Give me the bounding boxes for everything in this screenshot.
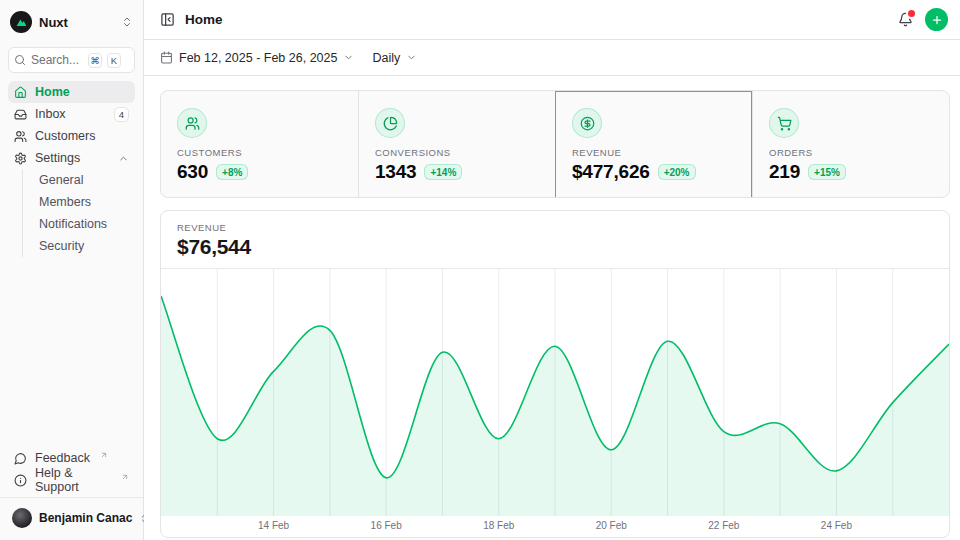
content: CUSTOMERS 630 +8% CONVERSIONS 1343 +14% <box>144 76 960 540</box>
stat-delta-badge: +8% <box>216 164 248 180</box>
sidebar: Nuxt ⌘ K Home Inbo <box>0 0 144 540</box>
external-link-icon <box>100 451 108 459</box>
nuxt-logo-icon <box>10 11 32 33</box>
stat-label: CUSTOMERS <box>177 147 342 158</box>
page-title: Home <box>185 12 223 27</box>
stat-value: 630 <box>177 161 208 183</box>
sidebar-item-inbox[interactable]: Inbox 4 <box>8 103 135 125</box>
unread-dot <box>908 10 915 17</box>
chart-header: REVENUE $76,544 <box>161 211 949 269</box>
sidebar-item-label: Settings <box>35 151 80 165</box>
header-actions <box>898 8 948 31</box>
kbd-cmd: ⌘ <box>88 53 102 68</box>
dollar-circle-icon <box>572 108 602 138</box>
search-box[interactable]: ⌘ K <box>8 47 135 73</box>
stat-card-revenue[interactable]: REVENUE $477,626 +20% <box>555 91 752 198</box>
sidebar-spacer <box>8 257 135 447</box>
chart-metric-value: $76,544 <box>177 235 933 259</box>
workspace-name: Nuxt <box>39 15 68 30</box>
sidebar-item-label: Feedback <box>35 451 90 465</box>
chevron-up-icon <box>118 153 129 164</box>
sidebar-item-label: Inbox <box>35 107 66 121</box>
stat-label: CONVERSIONS <box>375 147 539 158</box>
stat-value: $477,626 <box>572 161 650 183</box>
home-icon <box>14 86 27 99</box>
users-icon <box>14 130 27 143</box>
sidebar-item-security[interactable]: Security <box>23 235 135 257</box>
filter-toolbar: Feb 12, 2025 - Feb 26, 2025 Daily <box>144 40 960 76</box>
workspace-selector[interactable]: Nuxt <box>8 8 135 36</box>
search-icon <box>14 54 26 66</box>
sidebar-item-members[interactable]: Members <box>23 191 135 213</box>
chevron-down-icon <box>406 52 417 63</box>
kbd-k: K <box>107 53 121 68</box>
external-link-icon <box>121 473 129 481</box>
sidebar-item-customers[interactable]: Customers <box>8 125 135 147</box>
stat-delta-badge: +15% <box>808 164 846 180</box>
inbox-count-badge: 4 <box>114 107 129 122</box>
stat-value: 219 <box>769 161 800 183</box>
search-input[interactable] <box>31 53 83 67</box>
stat-card-orders[interactable]: ORDERS 219 +15% <box>752 91 949 198</box>
settings-children: General Members Notifications Security <box>22 169 135 257</box>
avatar <box>12 508 32 528</box>
sidebar-item-help-support[interactable]: Help & Support <box>8 469 135 491</box>
x-tick-label: 24 Feb <box>821 520 852 531</box>
user-menu[interactable]: Benjamin Canac <box>8 504 135 532</box>
sidebar-nav: Home Inbox 4 Customers Settings <box>8 81 135 257</box>
add-button[interactable] <box>925 8 948 31</box>
main-panel: Home Feb 12, 2 <box>144 0 960 540</box>
sidebar-item-notifications[interactable]: Notifications <box>23 213 135 235</box>
stat-label: ORDERS <box>769 147 933 158</box>
sidebar-item-label: Customers <box>35 129 95 143</box>
plus-icon <box>931 14 943 26</box>
revenue-chart-card: REVENUE $76,544 14 Feb16 Feb18 Feb20 Feb… <box>160 210 950 538</box>
top-header: Home <box>144 0 960 40</box>
sidebar-item-settings[interactable]: Settings <box>8 147 135 169</box>
stat-card-conversions[interactable]: CONVERSIONS 1343 +14% <box>358 91 555 198</box>
x-axis: 14 Feb16 Feb18 Feb20 Feb22 Feb24 Feb <box>161 516 949 537</box>
granularity-label: Daily <box>372 51 400 65</box>
chevron-down-icon <box>343 52 354 63</box>
stat-delta-badge: +14% <box>424 164 462 180</box>
chart-plot-area[interactable] <box>161 269 949 516</box>
x-tick-label: 22 Feb <box>708 520 739 531</box>
user-name: Benjamin Canac <box>39 511 132 525</box>
sidebar-item-general[interactable]: General <box>23 169 135 191</box>
sidebar-item-home[interactable]: Home <box>8 81 135 103</box>
info-circle-icon <box>14 474 27 487</box>
date-range-label: Feb 12, 2025 - Feb 26, 2025 <box>179 51 337 65</box>
stats-row: CUSTOMERS 630 +8% CONVERSIONS 1343 +14% <box>160 90 950 198</box>
stat-delta-badge: +20% <box>658 164 696 180</box>
calendar-icon <box>160 51 173 64</box>
panel-left-close-icon[interactable] <box>160 12 175 27</box>
users-icon <box>177 108 207 138</box>
sidebar-item-label: Home <box>35 85 70 99</box>
stat-card-customers[interactable]: CUSTOMERS 630 +8% <box>161 91 358 198</box>
date-range-picker[interactable]: Feb 12, 2025 - Feb 26, 2025 <box>160 51 354 65</box>
x-tick-label: 16 Feb <box>371 520 402 531</box>
area-chart <box>161 269 949 516</box>
cart-icon <box>769 108 799 138</box>
stat-label: REVENUE <box>572 147 736 158</box>
gear-icon <box>14 152 27 165</box>
chevron-up-down-icon <box>121 16 133 28</box>
app-root: Nuxt ⌘ K Home Inbo <box>0 0 960 540</box>
chart-metric-label: REVENUE <box>177 222 933 233</box>
chat-bubble-icon <box>14 452 27 465</box>
x-tick-label: 20 Feb <box>596 520 627 531</box>
granularity-select[interactable]: Daily <box>372 51 417 65</box>
inbox-icon <box>14 108 27 121</box>
sidebar-item-label: Help & Support <box>35 466 111 494</box>
pie-chart-icon <box>375 108 405 138</box>
x-tick-label: 14 Feb <box>258 520 289 531</box>
notifications-button[interactable] <box>898 12 913 27</box>
stat-value: 1343 <box>375 161 416 183</box>
sidebar-divider <box>0 497 143 498</box>
x-tick-label: 18 Feb <box>483 520 514 531</box>
